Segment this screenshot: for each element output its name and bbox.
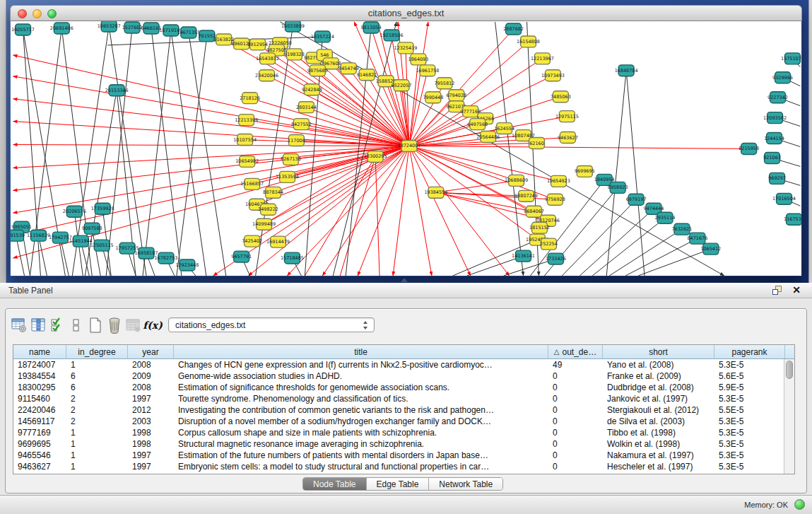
graph-node[interactable]: 9699695: [575, 165, 595, 177]
table-cell[interactable]: 14569117: [13, 416, 66, 427]
graph-node[interactable]: 8427552: [291, 119, 312, 130]
graph-node[interactable]: 7425402: [242, 235, 262, 247]
graph-node[interactable]: 7990448: [423, 92, 443, 103]
graph-node[interactable]: 12975115: [555, 111, 579, 122]
graph-node[interactable]: 1733426: [546, 253, 566, 264]
table-selector-dropdown[interactable]: citations_edges.txt: [168, 317, 375, 332]
column-header-year[interactable]: year: [128, 345, 174, 358]
graph-node[interactable]: 15751074: [781, 53, 801, 64]
table-cell[interactable]: de Silva et al. (2003): [603, 416, 714, 427]
table-row[interactable]: 2242004622012Investigating the contribut…: [13, 404, 784, 416]
graph-node[interactable]: 16154808: [517, 36, 540, 47]
table-cell[interactable]: 2003: [128, 416, 174, 427]
table-cell[interactable]: 0: [548, 438, 603, 450]
table-cell[interactable]: 1997: [128, 393, 174, 404]
graph-node[interactable]: 969297: [768, 173, 786, 184]
graph-node[interactable]: 1244154: [764, 133, 784, 144]
table-cell[interactable]: Corpus callosum shape and size in male p…: [174, 427, 548, 438]
table-row[interactable]: 1872400712008Changes of HCN gene express…: [13, 359, 784, 370]
table-cell[interactable]: Changes of HCN gene expression and I(f) …: [174, 359, 548, 370]
table-row[interactable]: 977716911998Corpus callosum shape and si…: [13, 427, 784, 438]
table-cell[interactable]: 1: [66, 450, 128, 461]
graph-node[interactable]: 12325419: [394, 42, 418, 54]
table-cell[interactable]: 22420046: [13, 404, 66, 416]
table-cell[interactable]: Yano et al. (2008): [603, 359, 714, 370]
graph-node[interactable]: 117006: [288, 135, 305, 146]
table-row[interactable]: 911546021997Tourette syndrome. Phenomeno…: [13, 393, 784, 404]
select-column-icon[interactable]: [30, 317, 46, 334]
table-cell[interactable]: 2: [66, 393, 128, 404]
graph-node[interactable]: 391539: [11, 230, 25, 241]
table-cell[interactable]: 2009: [128, 370, 174, 382]
table-cell[interactable]: 2: [66, 404, 128, 416]
close-panel-icon[interactable]: ✕: [792, 284, 801, 296]
table-cell[interactable]: 1: [66, 427, 128, 438]
graph-node[interactable]: 7955812: [434, 78, 454, 89]
graph-node[interactable]: 252254: [540, 238, 558, 250]
graph-node[interactable]: 7632621: [672, 223, 693, 235]
graph-node[interactable]: 8958923: [608, 182, 628, 193]
graph-node[interactable]: 16033809: [281, 21, 305, 32]
table-cell[interactable]: Embryonic stem cells: a model to study s…: [174, 461, 548, 472]
table-cell[interactable]: 1998: [128, 427, 174, 438]
float-panel-icon[interactable]: [772, 286, 782, 296]
graph-node[interactable]: 11353594: [276, 171, 299, 182]
graph-node[interactable]: 1815152: [529, 222, 550, 233]
graph-node[interactable]: 9097588: [82, 223, 102, 234]
table-row[interactable]: 969969511998Structural magnetic resonanc…: [13, 438, 784, 450]
graph-node[interactable]: 8267130: [281, 153, 301, 165]
table-cell[interactable]: 9115460: [13, 393, 66, 404]
table-cell[interactable]: 0: [548, 404, 603, 416]
new-table-icon[interactable]: [88, 317, 103, 334]
graph-node[interactable]: 9146821: [357, 69, 377, 81]
graph-node[interactable]: 7485063: [551, 91, 571, 103]
graph-node[interactable]: 8198328: [284, 49, 305, 60]
table-cell[interactable]: Hescheler et al. (1997): [603, 461, 714, 472]
table-cell[interactable]: 6: [66, 370, 128, 382]
table-cell[interactable]: Nakamura et al. (1997): [603, 450, 714, 461]
graph-node[interactable]: 12213967: [531, 53, 554, 64]
graph-node[interactable]: 1864093: [408, 54, 429, 65]
graph-node[interactable]: 12093582: [763, 112, 787, 124]
graph-node[interactable]: 11451944: [69, 235, 93, 247]
vertical-scrollbar[interactable]: [784, 359, 794, 474]
column-header-name[interactable]: name: [13, 345, 66, 358]
graph-node[interactable]: 14136141: [512, 250, 535, 262]
graph-node[interactable]: 1527602: [122, 22, 143, 33]
graph-node[interactable]: 17359928: [91, 203, 114, 214]
graph-node[interactable]: 16961758: [416, 65, 439, 76]
tab-network-table[interactable]: Network Table: [429, 478, 502, 490]
zoom-window-icon[interactable]: [47, 9, 57, 18]
delete-table-icon[interactable]: [107, 317, 122, 334]
table-cell[interactable]: Structural magnetic resonance image aver…: [174, 438, 548, 450]
graph-node[interactable]: 9875685: [307, 65, 328, 76]
graph-node[interactable]: 17016504: [772, 193, 796, 204]
table-cell[interactable]: 2008: [128, 359, 174, 370]
tab-edge-table[interactable]: Edge Table: [367, 478, 430, 490]
graph-node[interactable]: 10653287: [98, 21, 121, 32]
table-cell[interactable]: Investigating the contribution of common…: [174, 404, 548, 416]
table-row[interactable]: 1456911722003Disruption of a novel membe…: [13, 416, 784, 427]
table-cell[interactable]: 9465546: [13, 450, 66, 461]
graph-node[interactable]: 2718126: [240, 93, 260, 104]
table-row[interactable]: 946554611997Estimation of the future num…: [13, 450, 784, 461]
table-cell[interactable]: 1997: [128, 461, 174, 472]
table-row[interactable]: 1830029562008Estimation of significance …: [13, 382, 784, 393]
table-cell[interactable]: 5.3E-5: [714, 359, 784, 370]
minimize-window-icon[interactable]: [33, 9, 42, 18]
graph-node[interactable]: 6522057: [392, 80, 412, 91]
table-cell[interactable]: 1: [66, 359, 128, 370]
splitter-handle[interactable]: [401, 278, 408, 282]
graph-node[interactable]: 2935114: [655, 212, 676, 223]
table-cell[interactable]: Stergiakouli et al. (2012): [603, 404, 714, 416]
table-cell[interactable]: 1: [66, 461, 128, 472]
graph-node[interactable]: 16848784: [615, 65, 638, 76]
graph-node[interactable]: 8912954: [247, 39, 268, 50]
table-cell[interactable]: Dudbridge et al. (2008): [603, 382, 714, 393]
table-cell[interactable]: 6: [66, 382, 128, 393]
column-header-in_degree[interactable]: in_degree: [66, 345, 128, 358]
graph-node[interactable]: 6466161: [141, 23, 162, 34]
graph-node[interactable]: 9463627: [558, 132, 578, 144]
table-cell[interactable]: 5.3E-5: [714, 427, 784, 438]
table-cell[interactable]: 5.3E-5: [714, 461, 784, 472]
